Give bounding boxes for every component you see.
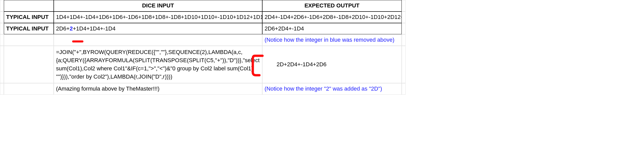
empty-cell[interactable] (4, 34, 54, 46)
cell-formula-output[interactable]: 2D+2D4+-1D4+2D6 (262, 46, 402, 83)
gutter-cell (402, 0, 406, 12)
input2-highlight: 2 (70, 25, 73, 32)
annotation-red-bracket-icon (251, 54, 267, 77)
gutter-cell (402, 46, 406, 83)
gutter-cell (0, 83, 4, 95)
row-label-typical-1[interactable]: TYPICAL INPUT (4, 12, 54, 23)
empty-cell[interactable] (54, 34, 262, 46)
gutter-cell (402, 83, 406, 95)
gutter-cell (0, 23, 4, 35)
input2-prefix: 2D6+ (56, 25, 70, 32)
gutter-cell (0, 0, 4, 12)
row-label-typical-2[interactable]: TYPICAL INPUT (4, 23, 54, 35)
gutter-cell (402, 34, 406, 46)
cell-credit[interactable]: (Amazing formula above by TheMaster!!!) (54, 83, 262, 95)
input2-suffix: +1D4+1D4+-1D4 (73, 25, 115, 32)
gutter-cell (0, 46, 4, 83)
note-removed[interactable]: (Notice how the integer in blue was remo… (262, 34, 402, 46)
annotation-red-underline-icon (72, 40, 83, 42)
spreadsheet-grid: DICE INPUT EXPECTED OUTPUT TYPICAL INPUT… (0, 0, 644, 95)
cell-input-2[interactable]: 2D6+2+1D4+1D4+-1D4 (54, 23, 262, 35)
header-dice-input[interactable]: DICE INPUT (54, 0, 262, 12)
gutter-cell (0, 34, 4, 46)
header-expected-output[interactable]: EXPECTED OUTPUT (262, 0, 402, 12)
cell-input-1[interactable]: 1D4+1D4+-1D4+1D6+1D6+-1D6+1D8+1D8+-1D8+1… (54, 12, 262, 23)
cell-output-2[interactable]: 2D6+2D4+-1D4 (262, 23, 402, 35)
header-blank[interactable] (4, 0, 54, 12)
cell-output-1[interactable]: 2D4+-1D4+2D6+-1D6+2D8+-1D8+2D10+-1D10+2D… (262, 12, 402, 23)
note-added[interactable]: (Notice how the integer "2" was added as… (262, 83, 402, 95)
gutter-cell (0, 12, 4, 23)
cell-formula[interactable]: =JOIN("+",BYROW(QUERY(REDUCE({"",""},SEQ… (54, 46, 262, 83)
gutter-cell (402, 12, 406, 23)
gutter-cell (402, 23, 406, 35)
empty-cell[interactable] (4, 83, 54, 95)
empty-cell[interactable] (4, 46, 54, 83)
